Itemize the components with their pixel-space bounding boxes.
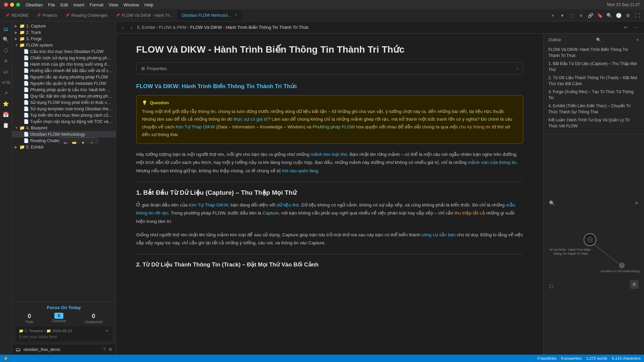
outline-search-icon[interactable]: 🔍 [596,38,601,42]
move-context-btn[interactable]: ⬆ [79,139,87,144]
daily-notes-icon[interactable]: 📅 [1,110,11,119]
outline-item-heading[interactable]: FLOW Và DIKW: Hành Trình Biến Thông Tin … [548,46,639,60]
tags-icon[interactable]: 🏷 [1,67,11,76]
outline-item-3[interactable]: 3. Forge (Xuống Rèn) – Tạo Tri Thức Từ T… [548,88,639,102]
settings-tab-button[interactable]: ⚙ [624,11,632,19]
graph-icon-button[interactable]: ⬡ [549,284,553,289]
link-du-lieu-tho[interactable]: dữ liệu thô [277,202,299,207]
link-chu-ky[interactable]: chu kỳ thông tin [459,124,491,129]
delete-context-btn[interactable]: ✕ [88,139,96,144]
tab-flow-dikw[interactable]: 📌 FLOW Và DIKW - Hành Trì... [112,10,177,21]
sidebar-item-su-dung-flow[interactable]: 📄 Sử dụng FLOW trong phát triển tri thức… [12,99,116,106]
breadcrumb-part-1[interactable]: 5. Exhibit [137,25,155,30]
overdue-button[interactable]: 0 [54,313,63,319]
graph-settings-button[interactable]: ⚙ [630,280,639,289]
tab-projects[interactable]: 📌 Projects [33,10,61,21]
link-dikw[interactable]: Kim Tự Tháp DIKW [176,124,215,129]
nav-back-button[interactable]: ‹ [120,24,126,31]
templates-icon[interactable]: 📋 [1,121,11,130]
sidebar-item-huong-dan[interactable]: 📄 Hướng dẫn nhanh để bắt đầu viết và tổ … [12,67,116,74]
sidebar-item-flow-system[interactable]: ▼ 📁 FLOW system [12,42,116,48]
split-button[interactable]: ⬚ [568,11,576,19]
sidebar-item-reading-challenges[interactable]: 📄 Reading Challen... ✏ 📁 ⬆ ✕ [12,137,116,144]
sidebar-item-tuyen-chon[interactable]: 📄 Tuyển chọn nội dung tự động với TOC và… [12,118,116,125]
files-icon[interactable]: 🗂 [1,24,11,34]
sidebar-item-hanh-trinh[interactable]: 📄 Hành trình của ghi chú trong suốt vòng… [12,61,116,67]
outline-toggle[interactable]: ≡ [577,11,585,19]
link-kim-tu-thap[interactable]: Kim Tự Tháp DIKW [189,202,228,207]
sidebar-item-tuy-bien[interactable]: 📄 Tuỳ biến tên thư mục theo phong cách c… [12,112,116,118]
sidebar-item-nguyen-tac-quan[interactable]: 📄 Nguyên tắc quản lý thẻ metadata FLOW [12,80,116,86]
menu-format[interactable]: Format [90,2,103,7]
sidebar-item-su-dung-template[interactable]: 📄 Sử dụng template note trong Obsidian t… [12,106,116,112]
link-capture[interactable]: Capture [263,210,279,216]
link-thu-thap[interactable]: thu thập tất cả [455,210,485,216]
settings-icon[interactable]: ⚙ [108,347,112,352]
outline-item-4[interactable]: 4. Exhibit (Triển Lãm Kiến Thức) – Chuyể… [548,102,639,116]
graph-search-icon[interactable]: 🔍 [549,200,555,206]
maximize-button[interactable] [16,3,20,7]
link-troi-vao[interactable]: trôi vào quên lãng [282,168,318,173]
properties-bar[interactable]: ⊞ Properties › [136,62,523,75]
menu-obsidian[interactable]: Obsidian [25,2,43,7]
sidebar-item-5-exhibit[interactable]: ▶ 📁 5. Exhibit [12,144,116,150]
link-flow[interactable]: Phương pháp FLOW [313,124,355,129]
window-controls[interactable] [4,3,20,7]
edit-note-button[interactable]: ✏ [622,23,630,32]
sidebar-item-phuong-phap[interactable]: 📄 Phương pháp quản lý cấu trúc Vault lin… [12,86,116,93]
search-icon[interactable]: 🔍 [1,35,11,44]
link-cong-cu[interactable]: công cụ sắc bén [422,232,455,237]
tab-reading-challenges[interactable]: 📌 Reading Challenges [61,10,112,21]
fullscreen-button[interactable]: ⛶ [633,11,641,19]
link-thuc-su[interactable]: thực sự có giá trị [233,117,268,122]
link-button[interactable]: 🔗 [586,11,594,19]
sidebar-item-1-capture[interactable]: ▶ 📁 1. Capture [12,23,116,29]
edit-context-btn[interactable]: ✏ [61,139,69,144]
menu-file[interactable]: File [48,2,55,7]
close-button[interactable] [4,3,8,7]
outline-item-conclusion[interactable]: Kết Luận: Hành Trình Tư Duy Và Quản Lý T… [548,116,639,130]
tab-obsidian-flow[interactable]: Obsidian FLOW Methodol... ✕ [177,10,241,21]
menu-window[interactable]: Window [123,2,139,7]
sidebar-item-2-track[interactable]: ▶ 📁 2. Track [12,29,116,36]
stat-overdue[interactable]: 0 Overdue [52,313,66,324]
help-icon[interactable]: ? [103,347,106,352]
bookmarks-icon[interactable]: ✕ [1,56,11,66]
sidebar-item-3-forge[interactable]: ▶ 📁 3. Forge [12,36,116,42]
folder-context-btn[interactable]: 📁 [70,139,78,144]
link-manh-vun[interactable]: mảnh vụn của thông tin [468,160,517,165]
outgoing-links-icon[interactable]: ↗ [1,88,11,98]
link-manh-kim[interactable]: mảnh kim loại thô [311,152,347,157]
tab-readme[interactable]: 📌 README [1,10,33,21]
bookmark-button[interactable]: 🔖 [596,11,604,19]
sidebar-item-obsidian-flow-methodology[interactable]: 📄 Obsidian FLOW Methodology [12,131,116,137]
menu-edit[interactable]: Edit [60,2,68,7]
outline-close-icon[interactable]: ✕ [636,38,639,42]
properties-icon[interactable]: ≺% [1,78,11,87]
outline-item-2[interactable]: 2. Từ Dữ Liệu Thành Thông Tin (Track) – … [548,74,639,88]
outline-item-1[interactable]: 1. Bắt Đầu Từ Dữ Liệu (Capture) – Thu Th… [548,60,639,74]
breadcrumb-part-2[interactable]: FLOW & PKM [159,25,186,30]
sidebar-item-chien-luoc[interactable]: 📄 Chiến lược sử dụng tag trong phương ph… [12,55,116,61]
more-options-button[interactable]: ⋯ [632,23,640,32]
menu-insert[interactable]: Insert [73,2,85,7]
task-placeholder[interactable]: Enter your tasks here [19,335,109,339]
tab-list-button[interactable]: ▾ [558,11,566,19]
search-button[interactable]: 🔍 [605,11,613,19]
menu-view[interactable]: View [109,2,118,7]
sidebar-item-cau-truc[interactable]: 📄 Cấu trúc thư mục theo Obsidian FLOW [12,48,116,55]
sidebar-item-nguyen-tac-ap[interactable]: 📄 Nguyên tắc áp dụng phương pháp FLOW [12,74,116,80]
task-expand-icon[interactable]: ↵ [106,328,109,333]
history-button[interactable]: 🕐 [614,11,623,19]
backlinks-count[interactable]: 0 backlinks [537,356,556,360]
graph-close-button[interactable]: ✕ [635,200,639,206]
starred-icon[interactable]: ⭐ [1,99,11,109]
new-tab-button[interactable]: + [549,11,557,19]
nav-forward-button[interactable]: › [128,24,134,31]
graph-icon[interactable]: ⬡ [1,46,11,55]
sidebar-item-4-blueprint[interactable]: ▼ 📁 4. Blueprint [12,125,116,131]
tab-close-icon[interactable]: ✕ [234,13,237,17]
minimize-button[interactable] [10,3,14,7]
sidebar-item-quy-tac[interactable]: 📄 Quy tắc đặt tên nội dung theo phương p… [12,93,116,99]
menu-help[interactable]: Help [145,2,154,7]
